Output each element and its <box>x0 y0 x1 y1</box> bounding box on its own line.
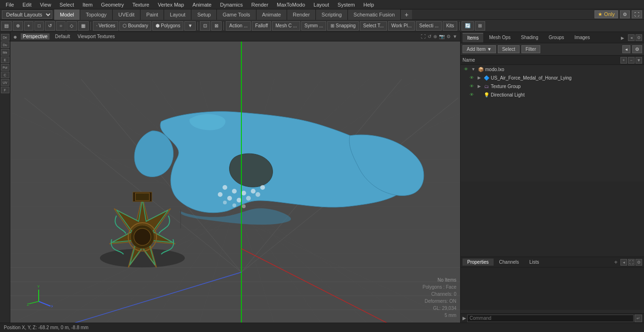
sidebar-de[interactable]: De <box>1 34 9 40</box>
tool-boundary[interactable]: ⬡ Boundary <box>119 21 151 31</box>
menu-dynamics[interactable]: Dynamics <box>216 1 247 8</box>
command-input[interactable] <box>467 315 634 322</box>
tab-topology[interactable]: Topology <box>80 9 113 20</box>
tab-paint[interactable]: Paint <box>140 9 164 20</box>
filter-button[interactable]: Filter <box>521 45 540 53</box>
tab-setup[interactable]: Setup <box>191 9 217 20</box>
items-settings-btn[interactable]: ⚙ <box>632 45 642 53</box>
tab-layout[interactable]: Layout <box>164 9 191 20</box>
tool-kits[interactable]: Kits <box>443 21 457 31</box>
tool-vis2[interactable]: ⊠ <box>211 21 222 31</box>
tool-selecti[interactable]: Selecti ... <box>416 21 442 31</box>
menu-geometry[interactable]: Geometry <box>97 1 127 8</box>
tool-mode[interactable]: ▼ <box>184 21 196 31</box>
tool-snap[interactable]: ⊞ Snapping <box>327 21 359 31</box>
eye-root[interactable]: 👁 <box>462 66 469 73</box>
menu-view[interactable]: View <box>36 1 55 8</box>
tab-items[interactable]: Items <box>462 33 483 42</box>
sidebar-du[interactable]: Du <box>1 41 9 48</box>
tool-layers[interactable]: ▤ <box>1 21 12 31</box>
tool-grid[interactable]: ▦ <box>78 21 89 31</box>
layout-fullscreen[interactable]: ⛶ <box>632 10 642 18</box>
tree-row-texgrp[interactable]: 👁 ▶ 🗂 Texture Group <box>461 82 644 90</box>
vp-camera-icon[interactable]: 📷 <box>439 34 445 39</box>
scrollbar-thumb[interactable] <box>180 210 181 228</box>
sidebar-f[interactable]: F <box>1 87 9 93</box>
menu-render[interactable]: Render <box>248 1 272 8</box>
select-button[interactable]: Select <box>498 45 520 53</box>
props-tab-properties[interactable]: Properties <box>462 259 494 266</box>
expand-texgrp[interactable]: ▶ <box>476 83 482 89</box>
sidebar-e[interactable]: E <box>1 57 9 63</box>
canvas-area[interactable]: X Y Z X Y Z No Items Polygons : Face <box>10 41 460 323</box>
items-collapse-btn[interactable]: ◂ <box>622 45 630 53</box>
vp-perspective[interactable]: Perspective <box>21 33 49 40</box>
layout-settings[interactable]: ⚙ <box>620 10 630 18</box>
tab-render[interactable]: Render <box>287 9 316 20</box>
tree-row-root[interactable]: 👁 ▼ 📦 modo.lxo <box>461 65 644 73</box>
tool-reset[interactable]: 🔄 <box>462 21 474 31</box>
tool-vertices[interactable]: · Vertices <box>93 21 118 31</box>
tool-layout2[interactable]: ⊞ <box>475 21 485 31</box>
vp-expand-icon[interactable]: ⛶ <box>421 34 426 39</box>
vp-zoom-icon[interactable]: ⊕ <box>433 34 437 39</box>
tab-shading[interactable]: Shading <box>516 33 543 42</box>
props-expand-btn[interactable]: ⛶ <box>628 259 635 266</box>
tab-add[interactable]: + <box>401 10 412 19</box>
menu-maxtomodo[interactable]: MaxToModo <box>273 1 309 8</box>
panel-settings[interactable]: ⚙ <box>636 34 642 41</box>
tab-groups[interactable]: Groups <box>544 33 569 42</box>
sidebar-uv[interactable]: UV <box>1 79 9 86</box>
add-item-button[interactable]: Add Item ▼ <box>462 45 496 53</box>
tree-row-light[interactable]: 👁 ▶ 💡 Directional Light <box>461 90 644 99</box>
tool-falloff[interactable]: Falloff <box>252 21 271 31</box>
sidebar-c[interactable]: C <box>1 72 9 78</box>
vp-default[interactable]: Default <box>53 33 72 40</box>
tool-mesh[interactable]: Mesh C ... <box>272 21 300 31</box>
star-only-button[interactable]: ★ Only <box>594 10 618 18</box>
vp-rotate-icon[interactable]: ↺ <box>428 34 431 39</box>
menu-select[interactable]: Select <box>56 1 78 8</box>
tab-uvedit[interactable]: UVEdit <box>113 9 140 20</box>
tool-circle[interactable]: ⊕ <box>13 21 23 31</box>
eye-medal[interactable]: 👁 <box>468 74 475 81</box>
eye-texgrp[interactable]: 👁 <box>468 83 475 89</box>
tool-circle2[interactable]: ○ <box>56 21 66 31</box>
menu-layout[interactable]: Layout <box>310 1 333 8</box>
menu-edit[interactable]: Edit <box>19 1 35 8</box>
menu-vertexmap[interactable]: Vertex Map <box>154 1 188 8</box>
vp-chevron-icon[interactable]: ▼ <box>453 34 457 39</box>
tool-square[interactable]: □ <box>34 21 44 31</box>
vp-settings-icon[interactable]: ⚙ <box>446 34 451 39</box>
tree-expand-btn[interactable]: + <box>620 57 627 64</box>
tab-scripting[interactable]: Scripting <box>316 9 348 20</box>
tool-diamond[interactable]: ◇ <box>66 21 77 31</box>
tool-target[interactable]: ⌖ <box>24 21 33 31</box>
tab-animate[interactable]: Animate <box>256 9 287 20</box>
tab-schematic[interactable]: Schematic Fusion <box>348 9 401 20</box>
props-tab-lists[interactable]: Lists <box>525 259 544 266</box>
tool-select-t[interactable]: Select T... <box>360 21 387 31</box>
tree-row-medal[interactable]: 👁 ▶ 🔷 US_Air_Force_Medal_of_Honor_Lying <box>461 73 644 82</box>
expand-root[interactable]: ▼ <box>470 66 477 73</box>
tool-action[interactable]: Action ... <box>226 21 251 31</box>
vp-textures[interactable]: Viewport Textures <box>75 33 116 40</box>
tool-symm[interactable]: Symm ... <box>301 21 326 31</box>
layout-select[interactable]: Default Layouts <box>2 10 52 19</box>
tool-workplane[interactable]: Work Pl... <box>388 21 415 31</box>
viewport[interactable]: ● Perspective Default Viewport Textures … <box>10 32 460 323</box>
tab-gametools[interactable]: Game Tools <box>217 9 256 20</box>
tab-images[interactable]: Images <box>570 33 595 42</box>
items-tree[interactable]: 👁 ▼ 📦 modo.lxo 👁 ▶ 🔷 US_Air_Force_Medal_… <box>461 65 644 181</box>
sidebar-pol[interactable]: Pol <box>1 64 9 71</box>
props-plus[interactable]: + <box>612 259 619 266</box>
tree-filter-btn[interactable]: ▼ <box>636 57 642 64</box>
tab-meshops[interactable]: Mesh Ops <box>484 33 515 42</box>
expand-medal[interactable]: ▶ <box>476 74 482 81</box>
panel-tab-add[interactable]: ▸ <box>619 34 626 41</box>
menu-texture[interactable]: Texture <box>129 1 153 8</box>
tool-rotate[interactable]: ↺ <box>45 21 55 31</box>
tree-collapse-btn[interactable]: − <box>628 57 635 64</box>
tool-vis1[interactable]: ⊡ <box>200 21 210 31</box>
menu-item[interactable]: Item <box>79 1 96 8</box>
